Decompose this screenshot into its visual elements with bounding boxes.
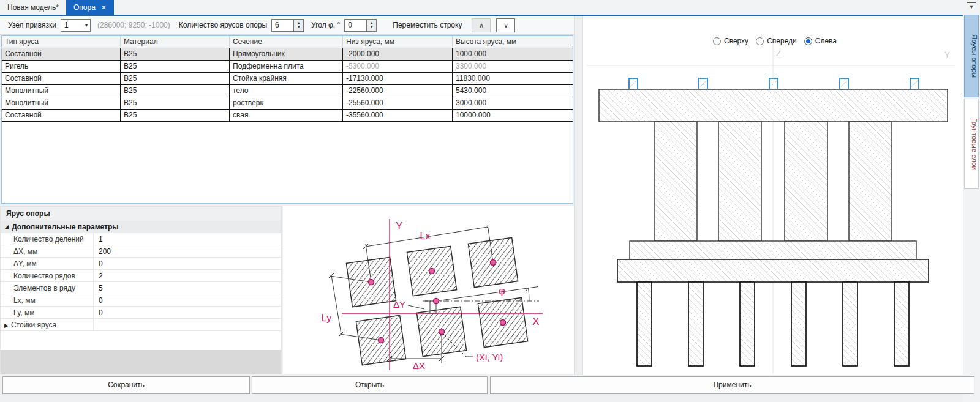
tier-count-stepper[interactable]: 6 ▲ ▼ <box>271 19 304 32</box>
angle-value[interactable]: 0 <box>344 19 366 32</box>
view-radio-group: Сверху Спереди Слева <box>713 37 839 45</box>
cell-height[interactable]: 11830.000 <box>453 73 573 84</box>
property-row-tier-columns[interactable]: ▶Стойки яруса <box>1 319 281 331</box>
cell-type[interactable]: Составной <box>2 48 121 60</box>
property-value[interactable]: 5 <box>94 282 281 294</box>
table-row[interactable]: Ригель B25 Подферменна плита -5300.000 3… <box>2 61 573 73</box>
property-row: Lx, мм 0 <box>1 294 281 307</box>
open-button[interactable]: Открыть <box>252 376 488 394</box>
cell-section[interactable]: Подферменна плита <box>230 61 343 72</box>
tier-count-arrows[interactable]: ▲ ▼ <box>293 19 304 32</box>
radio-view-top[interactable]: Сверху <box>713 37 748 45</box>
cell-bottom[interactable]: -22560.000 <box>343 85 453 97</box>
tier-count-value[interactable]: 6 <box>271 19 293 32</box>
cell-material[interactable]: B25 <box>121 110 230 121</box>
cell-section[interactable]: свая <box>230 110 343 121</box>
property-label: ΔY, мм <box>1 258 94 269</box>
col-header-height[interactable]: Высота яруса, мм <box>453 36 573 48</box>
cell-material[interactable]: B25 <box>121 61 230 72</box>
spin-down-icon[interactable]: ▼ <box>296 25 301 29</box>
table-row[interactable]: Монолитный B25 ростверк -25560.000 3000.… <box>2 97 573 110</box>
radio-icon[interactable] <box>713 37 721 45</box>
vertical-splitter[interactable] <box>574 16 583 375</box>
cell-type[interactable]: Составной <box>2 110 121 121</box>
viewport-y-axis-label: Y <box>944 50 950 59</box>
anchor-node-dropdown[interactable]: 1 ▾ <box>61 19 91 32</box>
cell-type[interactable]: Ригель <box>2 61 121 72</box>
cell-bottom[interactable]: -17130.000 <box>343 73 453 84</box>
col-header-type[interactable]: Тип яруса <box>2 36 121 48</box>
cell-bottom[interactable]: -2000.000 <box>343 48 453 60</box>
table-row[interactable]: Составной B25 Стойка крайняя -17130.000 … <box>2 73 573 85</box>
cell-height[interactable]: 10000.000 <box>453 110 573 121</box>
col-header-section[interactable]: Сечение <box>230 36 343 48</box>
cell-section[interactable]: тело <box>230 85 343 97</box>
property-row: Ly, мм 0 <box>1 307 281 319</box>
pier-view-canvas[interactable]: Z Y <box>583 16 963 375</box>
radio-view-front[interactable]: Спереди <box>756 37 797 45</box>
scheme-x-axis-label: X <box>532 316 539 327</box>
cell-bottom[interactable]: -25560.000 <box>343 97 453 109</box>
close-tab-icon[interactable]: ✕ <box>101 4 107 11</box>
property-value[interactable]: 200 <box>94 245 281 257</box>
property-label: ▶Стойки яруса <box>1 319 94 330</box>
side-tab-soil-layers[interactable]: Грунтовые слои <box>964 99 979 189</box>
cell-material[interactable]: B25 <box>121 85 230 97</box>
property-label: Количество делений <box>1 233 94 245</box>
cell-material[interactable]: B25 <box>121 48 230 60</box>
table-row[interactable]: Составной B25 свая -35560.000 10000.000 <box>2 110 573 122</box>
property-row: ΔY, мм 0 <box>1 258 281 270</box>
anchor-coordinates: (286000; 9250; -1000) <box>97 21 170 29</box>
spin-down-icon[interactable]: ▼ <box>369 25 374 29</box>
cell-section[interactable]: Прямоугольник <box>230 48 343 60</box>
tab-opora-label: Опора <box>74 0 96 15</box>
cell-material[interactable]: B25 <box>121 97 230 109</box>
property-value[interactable]: 1 <box>94 233 281 245</box>
cell-bottom[interactable]: -5300.000 <box>343 61 453 72</box>
chevron-down-icon: ▾ <box>85 23 88 28</box>
application-window: Новая модель* Опора ✕ Узел привязки 1 ▾ … <box>0 0 980 402</box>
scheme-y-axis-label: Y <box>396 220 402 232</box>
property-value[interactable]: 0 <box>94 294 281 306</box>
angle-stepper[interactable]: 0 ▲ ▼ <box>344 19 377 32</box>
property-value[interactable]: 2 <box>94 270 281 281</box>
cell-type[interactable]: Составной <box>2 73 121 84</box>
expander-closed-icon[interactable]: ▶ <box>4 322 9 329</box>
col-header-material[interactable]: Материал <box>121 36 230 48</box>
tab-new-model[interactable]: Новая модель* <box>0 0 66 15</box>
table-row[interactable]: Монолитный B25 тело -22560.000 5430.000 <box>2 85 573 97</box>
cell-section[interactable]: Стойка крайняя <box>230 73 343 84</box>
save-button[interactable]: Сохранить <box>2 376 250 394</box>
cell-height[interactable]: 1000.000 <box>453 48 573 60</box>
anchor-node-value: 1 <box>64 21 69 29</box>
scheme-dx-label: ΔX <box>413 360 425 371</box>
cell-height[interactable]: 3000.000 <box>453 97 573 109</box>
radio-view-left[interactable]: Слева <box>804 37 837 45</box>
expander-open-icon[interactable]: ◢ <box>5 221 9 233</box>
property-value[interactable]: 0 <box>94 307 281 318</box>
col-header-bottom[interactable]: Низ яруса, мм <box>343 36 453 48</box>
cell-type[interactable]: Монолитный <box>2 97 121 109</box>
cell-bottom[interactable]: -35560.000 <box>343 110 453 121</box>
apply-button[interactable]: Применить <box>490 376 974 394</box>
move-row-down-button[interactable]: ∨ <box>496 18 515 32</box>
cell-height[interactable]: 3300.000 <box>453 61 573 72</box>
radio-icon[interactable] <box>756 37 764 45</box>
angle-arrows[interactable]: ▲ ▼ <box>366 19 377 32</box>
move-row-up-button[interactable]: ∧ <box>472 18 491 32</box>
tab-opora[interactable]: Опора ✕ <box>66 0 114 15</box>
scheme-lx-label: Lx <box>420 231 431 241</box>
table-body: Составной B25 Прямоугольник -2000.000 10… <box>2 48 573 122</box>
cell-type[interactable]: Монолитный <box>2 85 121 97</box>
cell-section[interactable]: ростверк <box>230 97 343 109</box>
viewport-z-axis-label: Z <box>776 49 781 58</box>
side-tab-tiers[interactable]: Ярусы опоры <box>964 15 979 97</box>
properties-group-header[interactable]: ◢ Дополнительные параметры <box>1 221 281 233</box>
radio-selected-icon[interactable] <box>804 37 812 45</box>
table-row[interactable]: Составной B25 Прямоугольник -2000.000 10… <box>2 48 573 61</box>
pin-panel-icon[interactable]: ▼ <box>967 2 976 10</box>
cell-material[interactable]: B25 <box>121 73 230 84</box>
cell-height[interactable]: 5430.000 <box>453 85 573 97</box>
property-label: Количество рядов <box>1 270 94 281</box>
property-value[interactable]: 0 <box>94 258 281 269</box>
